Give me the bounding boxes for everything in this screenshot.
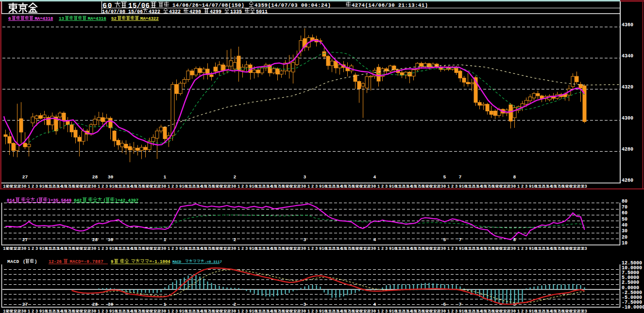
svg-text:23: 23 <box>18 184 23 189</box>
svg-text:23: 23 <box>582 184 587 189</box>
svg-text:23: 23 <box>368 184 373 189</box>
svg-text:2: 2 <box>32 184 34 189</box>
svg-text:1: 1 <box>28 309 30 313</box>
svg-text:9: 9 <box>179 309 182 313</box>
svg-text:60: 60 <box>622 210 627 216</box>
svg-text:0: 0 <box>94 309 96 313</box>
svg-text:4298: 4298 <box>189 9 201 15</box>
svg-text:28: 28 <box>92 302 98 307</box>
svg-text:23: 23 <box>228 309 233 313</box>
svg-text:5011: 5011 <box>256 9 268 15</box>
svg-text:2: 2 <box>381 309 384 313</box>
svg-text:23: 23 <box>158 309 163 313</box>
svg-text:9: 9 <box>319 184 322 189</box>
svg-text:MACD: MACD <box>172 260 182 264</box>
svg-text:1335: 1335 <box>230 9 242 15</box>
svg-text:3: 3 <box>525 246 527 251</box>
svg-text:1: 1 <box>447 184 450 189</box>
svg-text:40: 40 <box>622 223 627 228</box>
svg-text:23: 23 <box>582 246 587 251</box>
svg-text:1: 1 <box>237 309 240 313</box>
svg-text:2: 2 <box>381 184 384 189</box>
svg-text:60: 60 <box>102 2 113 10</box>
svg-text:4274(14/06/30 21:13:41): 4274(14/06/30 21:13:41) <box>352 2 428 8</box>
svg-text:1: 1 <box>517 184 520 189</box>
svg-text:3: 3 <box>455 309 458 313</box>
svg-text:1: 1 <box>237 246 240 251</box>
svg-text:2: 2 <box>102 309 104 313</box>
svg-text:23: 23 <box>298 309 303 313</box>
svg-text:0: 0 <box>304 184 306 189</box>
svg-text:23: 23 <box>88 184 93 189</box>
svg-text:0: 0 <box>373 309 376 313</box>
svg-text:9: 9 <box>179 184 182 189</box>
svg-text:23: 23 <box>368 309 373 313</box>
svg-text:2: 2 <box>451 184 454 189</box>
svg-text:0: 0 <box>373 184 376 189</box>
svg-text:3: 3 <box>304 237 306 243</box>
svg-text:14/06/26~14/07/08(150): 14/06/26~14/07/08(150) <box>172 2 245 8</box>
svg-text:0: 0 <box>234 246 236 251</box>
svg-text:9: 9 <box>109 246 112 251</box>
svg-text:3: 3 <box>385 309 388 313</box>
svg-text:4359(14/07/03 00:04:24): 4359(14/07/03 00:04:24) <box>254 2 331 8</box>
svg-text:70: 70 <box>622 205 627 210</box>
svg-text:3: 3 <box>175 184 178 189</box>
svg-text:23: 23 <box>88 246 93 251</box>
svg-text:2: 2 <box>521 246 524 251</box>
svg-text:-=0.3117: -=0.3117 <box>204 260 222 264</box>
svg-text:0: 0 <box>234 309 236 313</box>
svg-text:30: 30 <box>622 228 627 234</box>
svg-text:5: 5 <box>443 174 446 180</box>
svg-text:3: 3 <box>105 309 108 313</box>
svg-text:0: 0 <box>304 246 306 251</box>
svg-text:2: 2 <box>521 184 524 189</box>
svg-text:5: 5 <box>443 302 446 307</box>
svg-text:23: 23 <box>438 246 443 251</box>
svg-text:4320: 4320 <box>622 85 633 90</box>
svg-text:9: 9 <box>459 309 461 313</box>
svg-text:4: 4 <box>373 302 376 307</box>
svg-text:9: 9 <box>529 309 531 313</box>
svg-text:3: 3 <box>525 184 527 189</box>
svg-text:9: 9 <box>459 246 461 251</box>
svg-text:): ) <box>34 260 37 264</box>
svg-text:0: 0 <box>234 184 236 189</box>
svg-text:0: 0 <box>94 184 96 189</box>
svg-text:(: ( <box>23 260 25 264</box>
svg-text:1: 1 <box>447 309 450 313</box>
svg-text:3: 3 <box>35 309 38 313</box>
svg-text:3: 3 <box>175 246 178 251</box>
svg-text:9: 9 <box>529 184 531 189</box>
svg-text:9: 9 <box>389 246 391 251</box>
svg-text:3: 3 <box>245 309 248 313</box>
svg-text:0: 0 <box>94 246 96 251</box>
svg-text:2: 2 <box>234 174 237 180</box>
svg-text:23: 23 <box>508 246 513 251</box>
svg-text:3: 3 <box>35 184 38 189</box>
svg-text:9: 9 <box>389 309 391 313</box>
svg-text:3: 3 <box>315 246 318 251</box>
svg-text:2: 2 <box>381 246 384 251</box>
svg-text:4322: 4322 <box>149 9 160 15</box>
svg-text:23: 23 <box>508 184 513 189</box>
svg-text:27: 27 <box>22 302 28 307</box>
svg-text:0: 0 <box>164 309 166 313</box>
svg-text:23: 23 <box>158 246 163 251</box>
svg-text:50: 50 <box>622 217 627 222</box>
svg-text:2: 2 <box>234 237 237 243</box>
svg-text:0: 0 <box>443 184 446 189</box>
svg-text:23: 23 <box>508 309 513 313</box>
svg-text:9: 9 <box>389 184 391 189</box>
svg-text:4300: 4300 <box>622 116 633 121</box>
svg-text:1: 1 <box>28 184 30 189</box>
svg-text:3: 3 <box>105 184 108 189</box>
svg-text:15/06: 15/06 <box>128 2 150 10</box>
svg-text:3: 3 <box>315 309 318 313</box>
svg-text:9: 9 <box>179 246 182 251</box>
svg-text:3: 3 <box>304 302 306 307</box>
svg-text:1: 1 <box>168 184 170 189</box>
svg-text:1: 1 <box>517 246 520 251</box>
svg-text:28: 28 <box>92 237 98 243</box>
svg-text:3: 3 <box>385 184 388 189</box>
